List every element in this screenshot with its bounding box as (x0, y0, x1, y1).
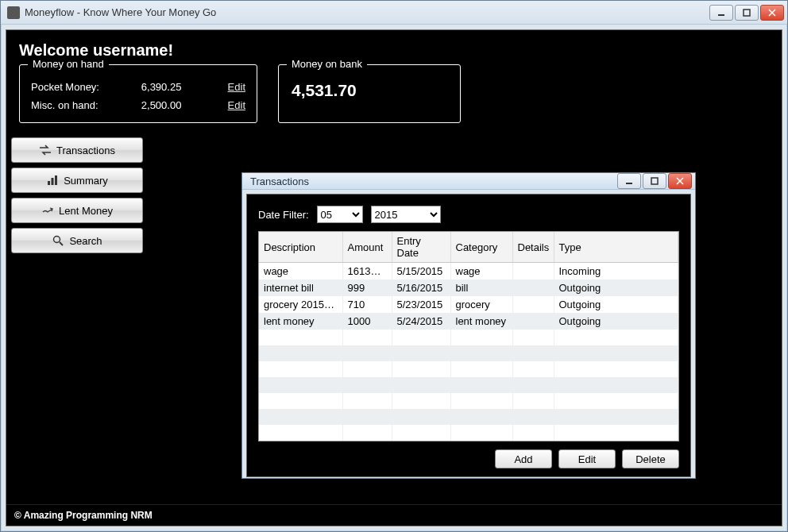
misc-on-hand-edit-link[interactable]: Edit (228, 99, 245, 111)
money-on-bank-group: Money on bank 4,531.70 (278, 64, 461, 123)
sidebar-item-label: Summary (64, 175, 108, 187)
money-on-bank-amount: 4,531.70 (290, 78, 449, 103)
sidebar: Transactions Summary Lent Money Search (6, 133, 148, 504)
transactions-close-button[interactable] (668, 173, 692, 189)
sidebar-item-label: Lent Money (59, 205, 113, 217)
table-row[interactable] (259, 330, 678, 345)
misc-on-hand-label: Misc. on hand: (31, 99, 118, 111)
date-filter-label: Date Filter: (258, 209, 309, 221)
table-row[interactable]: wage16130.955/15/2015wageIncoming (259, 263, 678, 280)
close-icon (768, 9, 776, 17)
footer-copyright: © Amazing Programming NRM (6, 504, 782, 526)
lent-money-icon (41, 204, 54, 217)
sidebar-item-summary[interactable]: Summary (11, 168, 143, 193)
maximize-icon (651, 177, 659, 185)
pocket-money-row: Pocket Money: 6,390.25 Edit (31, 78, 245, 96)
misc-on-hand-value: 2,500.00 (141, 99, 205, 111)
pocket-money-value: 6,390.25 (141, 81, 205, 93)
col-type[interactable]: Type (554, 232, 678, 263)
svg-rect-1 (744, 10, 750, 16)
main-area: Transactions (148, 133, 782, 504)
welcome-heading: Welcome username! (6, 30, 782, 64)
svg-rect-3 (52, 178, 54, 185)
sidebar-item-lent-money[interactable]: Lent Money (11, 198, 143, 223)
svg-rect-0 (718, 14, 724, 16)
minimize-icon (717, 9, 725, 17)
month-select[interactable]: 05 (317, 206, 363, 223)
misc-on-hand-row: Misc. on hand: 2,500.00 Edit (31, 96, 245, 114)
table-row[interactable]: lent money10005/24/2015lent moneyOutgoin… (259, 313, 678, 330)
maximize-icon (743, 9, 751, 17)
search-icon (52, 234, 64, 247)
minimize-button[interactable] (709, 5, 733, 21)
app-icon (7, 6, 20, 19)
app-window: Moneyflow - Know Where Your Money Go Wel… (0, 0, 788, 532)
close-button[interactable] (760, 5, 784, 21)
delete-button[interactable]: Delete (622, 449, 679, 468)
svg-line-6 (60, 242, 63, 245)
table-row[interactable]: internet bill9995/16/2015billOutgoing (259, 279, 678, 296)
svg-point-5 (54, 237, 60, 243)
col-amount[interactable]: Amount (342, 232, 392, 263)
pocket-money-edit-link[interactable]: Edit (228, 81, 245, 93)
svg-rect-7 (626, 183, 632, 184)
table-row[interactable] (259, 425, 678, 441)
table-row[interactable] (259, 345, 678, 361)
money-on-hand-legend: Money on hand (28, 58, 109, 70)
transactions-titlebar[interactable]: Transactions (242, 173, 695, 190)
window-title: Moneyflow - Know Where Your Money Go (25, 6, 216, 18)
table-row[interactable] (259, 409, 678, 425)
minimize-icon (625, 177, 633, 185)
sidebar-item-label: Search (69, 235, 102, 247)
titlebar[interactable]: Moneyflow - Know Where Your Money Go (1, 1, 787, 25)
money-on-hand-group: Money on hand Pocket Money: 6,390.25 Edi… (19, 64, 257, 123)
col-details[interactable]: Details (512, 232, 554, 263)
edit-button[interactable]: Edit (558, 449, 616, 468)
pocket-money-label: Pocket Money: (31, 81, 118, 93)
sidebar-item-transactions[interactable]: Transactions (11, 137, 143, 163)
table-row[interactable] (259, 393, 678, 409)
close-icon (676, 177, 684, 185)
table-row[interactable] (259, 361, 678, 377)
transactions-window-title: Transactions (250, 175, 309, 187)
svg-rect-8 (651, 178, 658, 184)
sidebar-item-search[interactable]: Search (11, 228, 143, 253)
svg-rect-2 (48, 181, 50, 185)
client-area: Welcome username! Money on hand Pocket M… (6, 29, 782, 526)
sidebar-item-label: Transactions (56, 145, 115, 156)
transactions-maximize-button[interactable] (643, 173, 666, 189)
svg-rect-4 (55, 175, 57, 185)
col-category[interactable]: Category (450, 232, 512, 263)
transactions-client: Date Filter: 05 2015 (246, 194, 691, 477)
col-entry-date[interactable]: Entry Date (392, 232, 450, 263)
add-button[interactable]: Add (495, 449, 552, 468)
transactions-minimize-button[interactable] (617, 173, 641, 189)
money-on-bank-legend: Money on bank (287, 58, 367, 70)
transactions-window: Transactions (241, 172, 696, 479)
table-row[interactable]: grocery 2015-057105/23/2015groceryOutgoi… (259, 296, 678, 313)
year-select[interactable]: 2015 (371, 206, 441, 223)
col-description[interactable]: Description (259, 232, 342, 263)
transactions-icon (39, 144, 52, 156)
maximize-button[interactable] (735, 5, 759, 21)
transactions-grid[interactable]: Description Amount Entry Date Category D… (258, 231, 679, 441)
summary-icon (46, 174, 59, 187)
table-row[interactable] (259, 377, 678, 393)
table-header-row[interactable]: Description Amount Entry Date Category D… (259, 232, 678, 263)
